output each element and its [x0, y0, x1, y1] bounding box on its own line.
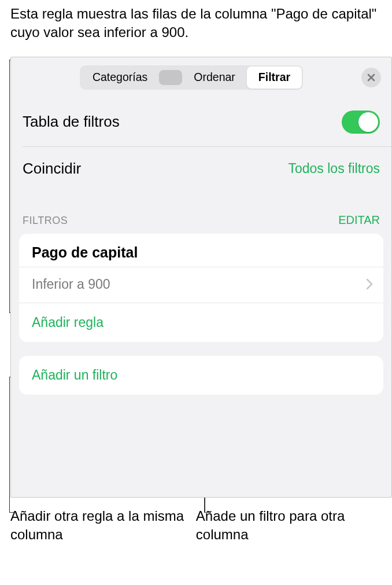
- annotation-bottom-left: Añadir otra regla a la misma columna: [10, 507, 187, 544]
- filters-list-header: FILTROS EDITAR: [11, 190, 391, 234]
- segment-divider: [159, 70, 182, 85]
- close-icon: [367, 73, 376, 82]
- tab-ordenar[interactable]: Ordenar: [182, 67, 247, 89]
- filter-panel: Categorías Ordenar Filtrar Tabla de filt…: [10, 57, 392, 498]
- filter-column-name: Pago de capital: [19, 234, 383, 267]
- close-button[interactable]: [361, 68, 381, 87]
- match-row: Coincidir Todos los filtros: [11, 147, 391, 190]
- add-rule-button[interactable]: Añadir regla: [19, 303, 383, 342]
- match-label: Coincidir: [23, 160, 81, 178]
- tab-filtrar[interactable]: Filtrar: [247, 67, 302, 89]
- annotation-top: Esta regla muestra las filas de la colum…: [0, 0, 392, 57]
- segmented-control: Categorías Ordenar Filtrar: [80, 65, 303, 90]
- add-filter-card: Añadir un filtro: [19, 356, 383, 395]
- filters-table-label: Tabla de filtros: [23, 113, 120, 131]
- filters-header-label: FILTROS: [23, 215, 68, 227]
- add-filter-button[interactable]: Añadir un filtro: [19, 356, 383, 395]
- edit-button[interactable]: EDITAR: [338, 214, 380, 227]
- filters-table-row: Tabla de filtros: [11, 98, 391, 146]
- filter-rule-row[interactable]: Inferior a 900: [19, 267, 383, 303]
- chevron-right-icon: [366, 278, 373, 290]
- filters-table-toggle[interactable]: [342, 111, 380, 134]
- tab-categorias[interactable]: Categorías: [81, 67, 159, 89]
- filter-rule-text: Inferior a 900: [32, 277, 110, 292]
- bottom-annotations: Añadir otra regla a la misma columna Aña…: [0, 498, 392, 544]
- match-value-select[interactable]: Todos los filtros: [288, 161, 380, 176]
- panel-header: Categorías Ordenar Filtrar: [11, 57, 391, 98]
- annotation-bottom-right: Añade un filtro para otra columna: [187, 507, 392, 544]
- filter-card: Pago de capital Inferior a 900 Añadir re…: [19, 234, 383, 342]
